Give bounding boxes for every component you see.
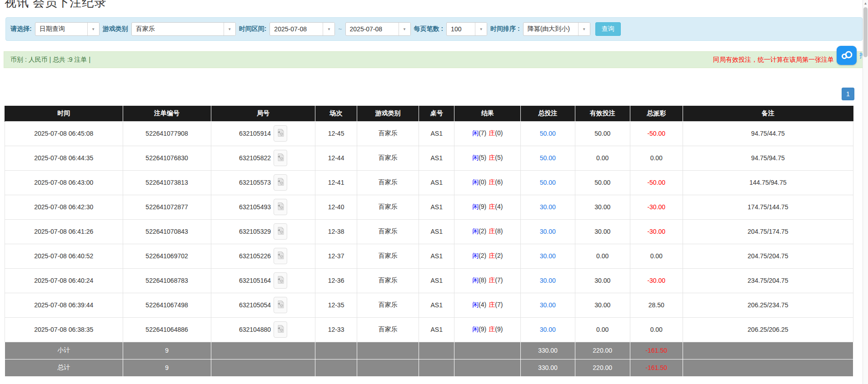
banker-result: 庄 <box>489 154 495 161</box>
cell-note: 234.75/204.75 <box>683 268 853 293</box>
cell-payout: -30.00 <box>630 219 683 244</box>
cell-game-type: 百家乐 <box>357 317 419 342</box>
col-round-no: 局号 <box>211 106 315 121</box>
cell-result: 闲(7)庄(0) <box>454 121 521 146</box>
player-score: (2) <box>479 227 486 235</box>
cell-note: 144.75/94.75 <box>683 170 853 195</box>
total-label: 总计 <box>5 359 123 376</box>
cell-round-no: 632104880 <box>211 317 315 342</box>
scrollbar-thumb[interactable] <box>863 7 868 57</box>
banker-result: 庄 <box>489 252 495 259</box>
video-replay-button[interactable] <box>274 248 287 264</box>
cell-session: 12-35 <box>315 293 357 317</box>
search-button[interactable]: 查询 <box>595 22 621 36</box>
banker-score: (5) <box>495 154 503 161</box>
chevron-down-icon[interactable]: ▼ <box>399 23 410 35</box>
cell-table-no: AS1 <box>419 244 454 268</box>
empty-cell <box>419 342 454 359</box>
chevron-down-icon[interactable]: ▼ <box>578 23 590 35</box>
cloud-disk-icon <box>840 50 853 61</box>
cell-round-no: 632105493 <box>211 195 315 219</box>
cell-table-no: AS1 <box>419 219 454 244</box>
bet-row: 2025-07-08 06:45:08522641077908632105914… <box>5 121 853 146</box>
banker-result: 庄 <box>489 227 495 235</box>
cell-valid-bet: 50.00 <box>575 121 630 146</box>
video-file-icon <box>277 153 284 163</box>
date-from-picker[interactable]: 2025-07-08 ▼ <box>269 22 335 36</box>
cell-game-type: 百家乐 <box>357 244 419 268</box>
bet-row: 2025-07-08 06:42:30522641072877632105493… <box>5 195 853 219</box>
banker-score: (7) <box>495 276 503 284</box>
cloud-disk-button[interactable] <box>837 46 857 65</box>
cell-total-bet: 30.00 <box>521 244 575 268</box>
video-replay-button[interactable] <box>274 321 287 338</box>
player-result: 闲 <box>472 325 479 333</box>
cell-game-type: 百家乐 <box>357 268 419 293</box>
empty-cell <box>315 359 357 376</box>
bet-row: 2025-07-08 06:41:26522641070843632105329… <box>5 219 853 244</box>
game-type-select[interactable]: 百家乐 ▼ <box>131 22 236 36</box>
round-no-value: 632105164 <box>239 277 271 284</box>
scroll-up-icon[interactable]: ▲ <box>863 0 868 5</box>
cell-round-no: 632105054 <box>211 293 315 317</box>
video-replay-button[interactable] <box>274 272 287 289</box>
banker-result: 庄 <box>489 129 495 137</box>
video-replay-button[interactable] <box>274 297 287 313</box>
cell-time: 2025-07-08 06:43:00 <box>5 170 123 195</box>
vertical-scrollbar[interactable]: ▲ <box>863 0 868 384</box>
cell-session: 12-38 <box>315 219 357 244</box>
page-1-button[interactable]: 1 <box>842 88 854 100</box>
chevron-down-icon[interactable]: ▼ <box>323 23 334 35</box>
cell-note: 94.75/94.75 <box>683 146 853 170</box>
cell-game-type: 百家乐 <box>357 293 419 317</box>
video-replay-button[interactable] <box>274 223 287 240</box>
table-body: 2025-07-08 06:45:08522641077908632105914… <box>5 121 853 342</box>
player-result: 闲 <box>472 252 479 259</box>
cell-note: 204.75/174.75 <box>683 219 853 244</box>
cell-time: 2025-07-08 06:44:35 <box>5 146 123 170</box>
video-replay-button[interactable] <box>274 150 287 166</box>
video-file-icon <box>277 251 284 261</box>
col-time: 时间 <box>5 106 123 121</box>
banker-score: (8) <box>495 227 503 235</box>
video-file-icon <box>277 128 284 138</box>
bet-row: 2025-07-08 06:43:00522641073813632105573… <box>5 170 853 195</box>
chevron-down-icon[interactable]: ▼ <box>87 23 99 35</box>
time-sort-select[interactable]: 降冪(由大到小) ▼ <box>523 22 590 36</box>
date-to-picker[interactable]: 2025-07-08 ▼ <box>345 22 411 36</box>
page-size-select[interactable]: 100 ▼ <box>446 22 487 36</box>
table-header-row: 时间 注单编号 局号 场次 游戏类别 桌号 结果 总投注 有效投注 总派彩 备注 <box>5 106 853 121</box>
round-no-value: 632105914 <box>239 130 271 137</box>
cell-round-no: 632105822 <box>211 146 315 170</box>
cell-total-bet: 50.00 <box>521 121 575 146</box>
player-score: (9) <box>479 203 486 210</box>
player-result: 闲 <box>472 276 479 284</box>
video-replay-button[interactable] <box>274 199 287 215</box>
round-no-value: 632105822 <box>239 154 271 162</box>
video-file-icon <box>277 300 284 310</box>
empty-cell <box>454 359 521 376</box>
cell-total-bet: 30.00 <box>521 317 575 342</box>
game-type-label: 游戏类别 <box>103 25 128 33</box>
cell-valid-bet: 0.00 <box>575 146 630 170</box>
cell-round-no: 632105164 <box>211 268 315 293</box>
player-result: 闲 <box>472 227 479 235</box>
total-payout: -161.50 <box>630 359 683 376</box>
cell-time: 2025-07-08 06:39:44 <box>5 293 123 317</box>
video-replay-button[interactable] <box>274 174 287 191</box>
total-count: 9 <box>123 359 211 376</box>
banker-result: 庄 <box>489 301 495 308</box>
video-replay-button[interactable] <box>274 125 287 142</box>
cell-order-no: 522641070843 <box>123 219 211 244</box>
cell-table-no: AS1 <box>419 268 454 293</box>
subtotal-payout: -161.50 <box>630 342 683 359</box>
chevron-down-icon[interactable]: ▼ <box>224 23 235 35</box>
banker-score: (4) <box>495 203 503 210</box>
cell-table-no: AS1 <box>419 293 454 317</box>
cell-result: 闲(2)庄(2) <box>454 244 521 268</box>
cell-note: 174.75/144.75 <box>683 195 853 219</box>
player-score: (4) <box>479 301 486 308</box>
query-type-select[interactable]: 日期查询 ▼ <box>35 22 100 36</box>
pagination: 1 <box>0 88 854 100</box>
chevron-down-icon[interactable]: ▼ <box>475 23 487 35</box>
